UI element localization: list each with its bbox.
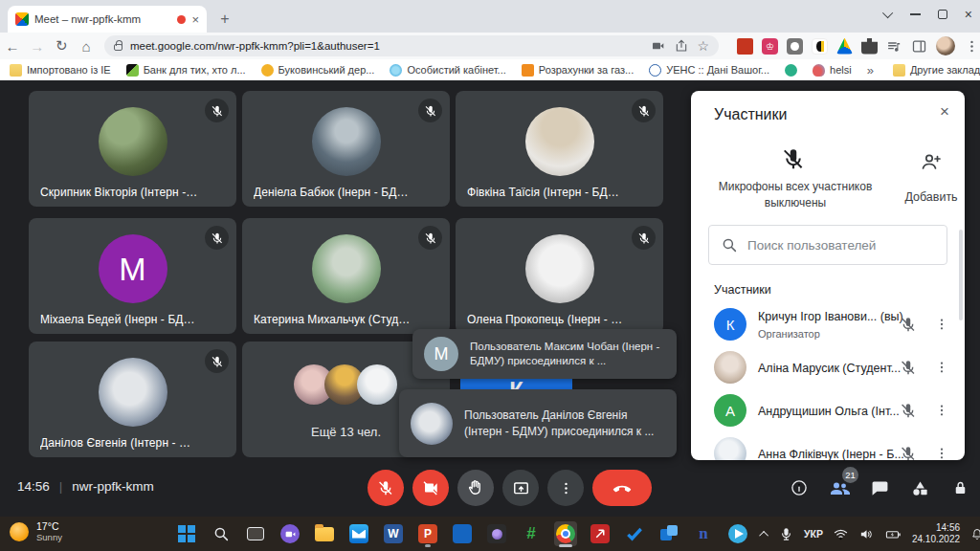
browser-tab[interactable]: Meet – nwr-ppfk-kmm × — [8, 6, 207, 33]
participant-row[interactable]: К Кричун Ігор Іванови... (вы) Организато… — [691, 303, 965, 345]
share-icon[interactable] — [674, 38, 689, 54]
telegram-button[interactable] — [726, 521, 749, 546]
video-tile[interactable]: Фівкіна Таїсія (Інтерн - БДМУ) — [456, 91, 663, 207]
bookmark-uens[interactable]: УЕНС :: Дані Вашог... — [649, 64, 769, 77]
participant-row[interactable]: А Андрущишин Ольга (Інт... — [691, 389, 965, 431]
wifi-icon[interactable] — [833, 526, 849, 542]
task-view-button[interactable] — [244, 521, 267, 546]
chat-button[interactable] — [861, 470, 898, 506]
mic-toggle-button[interactable] — [368, 470, 404, 506]
camera-toggle-button[interactable] — [412, 470, 449, 506]
forward-button[interactable]: → — [25, 38, 50, 55]
video-tile[interactable]: Скрипник Вікторія (Інтерн - БД... — [29, 91, 236, 207]
google-drive-icon[interactable] — [836, 38, 853, 55]
search-input[interactable] — [747, 238, 920, 253]
video-tile[interactable]: Олена Прокопець (Інерн - БДМУ) — [456, 218, 663, 334]
participant-search[interactable] — [708, 225, 947, 265]
participant-menu-icon[interactable] — [934, 446, 949, 460]
battery-icon[interactable] — [884, 526, 902, 542]
url-text[interactable]: meet.google.com/nwr-ppfk-kmm?pli=1&authu… — [130, 40, 643, 52]
meeting-details-button[interactable] — [781, 470, 817, 506]
gray-circle-extension-icon[interactable] — [787, 38, 803, 55]
mic-off-icon[interactable] — [900, 445, 917, 460]
bookmark-imported-ie[interactable]: Імпортовано із ІЕ — [10, 64, 111, 77]
folder-icon — [10, 64, 22, 77]
bookmark-university[interactable]: Буковинський дер... — [261, 64, 375, 77]
weather-widget[interactable]: 17°CSunny — [10, 520, 62, 542]
tray-expand-button[interactable] — [762, 531, 768, 538]
chat-app-button[interactable] — [278, 521, 301, 546]
bookmarks-overflow-button[interactable]: » — [867, 63, 874, 77]
window-close-button[interactable]: × — [965, 8, 972, 21]
pink-extension-icon[interactable]: ♔ — [762, 38, 778, 55]
browser-menu-icon[interactable] — [964, 38, 980, 55]
add-participant-button[interactable]: Добавить — [903, 150, 959, 204]
video-tile[interactable]: M Міхаела Бедей (Інерн - БДМУ) — [29, 218, 236, 334]
mail-app-button[interactable] — [347, 521, 370, 546]
reload-button[interactable]: ↻ — [50, 37, 75, 55]
video-tile[interactable]: Деніела Бабюк (Інерн - БДМУ) — [242, 91, 450, 207]
volume-icon[interactable] — [858, 526, 875, 542]
moon-extension-icon[interactable] — [812, 38, 828, 55]
camera-in-use-icon[interactable] — [651, 38, 666, 54]
end-call-button[interactable] — [592, 470, 652, 506]
todo-app-button[interactable] — [623, 521, 646, 546]
excel-grid-button[interactable] — [451, 521, 474, 546]
host-controls-button[interactable] — [942, 470, 978, 506]
participant-row[interactable]: Анна Фліківчук (Інерн - Б... — [691, 432, 965, 460]
chrome-profile-chevron-icon[interactable] — [882, 8, 893, 18]
start-button[interactable] — [175, 521, 198, 546]
window-maximize-button[interactable] — [938, 10, 947, 19]
task-view-icon — [247, 527, 264, 540]
playlist-icon[interactable] — [886, 38, 902, 55]
side-panel-icon[interactable] — [911, 38, 927, 55]
lock-icon[interactable] — [114, 44, 122, 51]
mic-off-icon — [211, 355, 224, 368]
sharp-app-button[interactable]: # — [520, 521, 543, 546]
bookmark-star-icon[interactable]: ☆ — [697, 38, 709, 54]
clock[interactable]: 14:5624.10.2022 — [912, 522, 960, 545]
word-button[interactable]: W — [382, 521, 405, 546]
participants-button[interactable]: 21 — [821, 470, 858, 506]
bookmark-bank[interactable]: Банк для тих, хто л... — [126, 64, 246, 77]
bookmark-helsi[interactable]: helsi — [813, 64, 852, 77]
activities-button[interactable] — [902, 470, 938, 506]
notifications-bell-icon[interactable] — [969, 526, 980, 541]
back-button[interactable]: ← — [0, 38, 25, 55]
mic-off-icon[interactable] — [900, 316, 917, 333]
video-tile[interactable]: Катерина Михальчук (Студент - ... — [242, 218, 450, 334]
mic-tray-icon[interactable] — [778, 526, 794, 542]
powerpoint-button[interactable]: P — [416, 521, 439, 546]
more-options-button[interactable] — [547, 470, 584, 506]
home-button[interactable]: ⌂ — [74, 38, 99, 55]
participant-menu-icon[interactable] — [934, 360, 949, 375]
extensions-puzzle-icon[interactable] — [861, 38, 878, 55]
mic-off-icon[interactable] — [900, 359, 917, 376]
mic-off-icon[interactable] — [900, 402, 917, 419]
red-extension-icon[interactable] — [737, 38, 753, 55]
participant-row[interactable]: Аліна Марусик (Студент... — [691, 346, 965, 388]
camera-app-button[interactable] — [485, 521, 508, 546]
present-button[interactable] — [502, 470, 539, 506]
other-bookmarks-button[interactable]: Другие закладки — [893, 64, 980, 77]
red-arrow-app-button[interactable] — [589, 521, 612, 546]
participant-menu-icon[interactable] — [934, 403, 949, 418]
chrome-button[interactable] — [554, 521, 577, 546]
address-bar[interactable]: meet.google.com/nwr-ppfk-kmm?pli=1&authu… — [104, 35, 719, 56]
bookmark-account[interactable]: Особистий кабінет... — [390, 64, 505, 77]
onenote-app-button[interactable]: n — [692, 521, 715, 546]
raise-hand-button[interactable] — [457, 470, 494, 506]
tab-close-icon[interactable]: × — [191, 13, 199, 26]
window-minimize-button[interactable] — [910, 13, 921, 15]
new-tab-button[interactable]: + — [214, 9, 235, 30]
taskbar-search-button[interactable] — [210, 521, 233, 546]
bookmark-green-dot[interactable] — [785, 64, 797, 77]
profile-avatar[interactable] — [936, 36, 955, 55]
bookmark-gas[interactable]: Розрахунки за газ... — [522, 64, 634, 77]
panel-close-button[interactable]: × — [940, 102, 949, 121]
file-explorer-button[interactable] — [313, 521, 336, 546]
blue-squares-app-button[interactable] — [657, 521, 680, 546]
video-tile[interactable]: Данілов Євгенія (Інтерн - БДМУ) — [29, 342, 236, 457]
language-indicator[interactable]: УКР — [804, 528, 823, 540]
participant-menu-icon[interactable] — [934, 317, 949, 332]
